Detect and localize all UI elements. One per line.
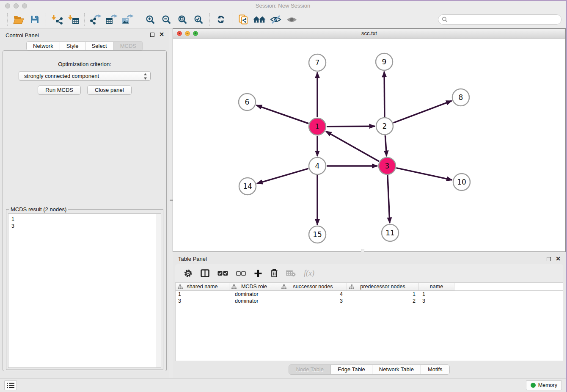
cell-predecessor-nodes[interactable]: 2 — [347, 298, 419, 304]
close-window-button[interactable] — [5, 3, 10, 8]
minimize-window-button[interactable] — [14, 3, 19, 8]
network-minimize-button[interactable]: − — [185, 31, 190, 36]
memory-status-dot — [531, 383, 536, 388]
column-label: name — [430, 284, 443, 290]
table-tab-node-table[interactable]: Node Table — [289, 365, 331, 374]
mcds-result-textarea[interactable]: 1 3 — [8, 213, 161, 368]
memory-button[interactable]: Memory — [526, 380, 562, 390]
panel-divider-grip[interactable] — [170, 198, 173, 202]
cell-predecessor-nodes[interactable]: 1 — [347, 291, 419, 298]
cell-mcds-role[interactable]: dominator — [229, 298, 279, 304]
edge-1-to-6[interactable] — [256, 105, 309, 124]
table-row-2[interactable]: 3dominator323 — [176, 298, 563, 304]
edge-2-to-3[interactable] — [385, 135, 386, 156]
toolbar-separator — [7, 13, 8, 26]
table-tab-motifs[interactable]: Motifs — [421, 365, 449, 374]
node-label-1: 1 — [315, 122, 320, 131]
node-label-3: 3 — [385, 162, 390, 170]
cell-successor-nodes[interactable]: 3 — [279, 298, 347, 304]
result-scrollbar[interactable] — [156, 214, 161, 367]
toolbar-separator — [139, 13, 139, 26]
column-header-mcds-role[interactable]: MCDS role — [229, 283, 279, 290]
table-tab-edge-table[interactable]: Edge Table — [331, 365, 372, 374]
network-close-button[interactable]: × — [177, 31, 182, 36]
tab-network[interactable]: Network — [27, 42, 60, 50]
open-session-icon[interactable] — [11, 13, 26, 26]
node-label-6: 6 — [245, 98, 250, 106]
network-window-titlebar[interactable]: × − + scc.txt — [173, 29, 565, 39]
show-graphics-details-icon[interactable] — [284, 13, 299, 26]
zoom-fit-icon[interactable] — [175, 13, 190, 26]
column-label: shared name — [187, 284, 218, 290]
edge-2-to-8[interactable] — [394, 101, 452, 123]
zoom-in-icon[interactable] — [143, 13, 158, 26]
export-table-icon[interactable] — [104, 13, 119, 26]
cell-name[interactable]: 3 — [419, 298, 454, 304]
delete-columns-icon[interactable] — [270, 269, 278, 278]
window-title: Session: New Session — [0, 1, 566, 11]
column-header-predecessor-nodes[interactable]: predecessor nodes — [347, 283, 419, 290]
deselect-all-checkboxes-icon[interactable] — [236, 271, 246, 276]
cell-mcds-role[interactable]: dominator — [229, 291, 279, 298]
edge-4-to-14[interactable] — [257, 168, 308, 183]
network-graph[interactable]: 7968124314101511 — [173, 39, 565, 251]
column-label: successor nodes — [293, 284, 333, 290]
duplicate-network-icon[interactable] — [236, 13, 251, 26]
table-row-1[interactable]: 1dominator411 — [176, 291, 563, 298]
optimization-criterion-select[interactable]: strongly connected component — [19, 71, 151, 81]
tab-style[interactable]: Style — [60, 42, 85, 50]
node-label-7: 7 — [315, 58, 320, 67]
maximize-window-button[interactable] — [22, 3, 27, 8]
select-all-checkboxes-icon[interactable] — [217, 271, 228, 276]
mcds-result-title: MCDS result (2 nodes) — [9, 206, 68, 213]
settings-gear-icon[interactable] — [184, 269, 193, 278]
table-tab-network-table[interactable]: Network Table — [372, 365, 421, 374]
export-network-icon[interactable] — [88, 13, 103, 26]
edge-3-to-11[interactable] — [388, 175, 390, 223]
application-window: Session: New Session — [0, 0, 567, 392]
node-table: shared nameMCDS rolesuccessor nodesprede… — [175, 282, 563, 361]
network-canvas[interactable]: 7968124314101511 — [173, 39, 565, 251]
tab-mcds[interactable]: MCDS — [114, 42, 143, 50]
edge-3-to-10[interactable] — [396, 168, 452, 180]
node-label-10: 10 — [457, 178, 466, 186]
cell-name[interactable]: 1 — [419, 291, 454, 298]
run-mcds-button[interactable]: Run MCDS — [38, 86, 81, 95]
add-column-icon[interactable] — [254, 269, 262, 278]
column-header-successor-nodes[interactable]: successor nodes — [279, 283, 347, 290]
export-image-icon[interactable] — [120, 13, 135, 26]
toolbar-separator — [46, 13, 46, 26]
list-icon — [7, 382, 14, 389]
cell-shared-name[interactable]: 1 — [176, 291, 229, 298]
import-network-icon[interactable] — [50, 13, 65, 26]
search-input[interactable] — [438, 14, 561, 25]
node-label-4: 4 — [315, 162, 320, 170]
save-session-icon[interactable] — [27, 13, 42, 26]
task-history-button[interactable] — [4, 380, 17, 390]
close-panel-button[interactable]: Close panel — [87, 86, 132, 95]
cell-shared-name[interactable]: 3 — [176, 298, 229, 304]
refresh-icon[interactable] — [213, 13, 228, 26]
network-maximize-button[interactable]: + — [193, 31, 198, 36]
node-label-14: 14 — [243, 182, 252, 190]
edge-2-to-9[interactable] — [384, 72, 385, 117]
edge-3-to-1[interactable] — [326, 131, 379, 161]
cell-successor-nodes[interactable]: 4 — [279, 291, 347, 298]
float-panel-icon[interactable] — [150, 33, 154, 37]
close-table-panel-icon[interactable]: ✕ — [556, 257, 561, 261]
hide-graphics-details-icon[interactable] — [268, 13, 283, 26]
float-table-panel-icon[interactable] — [547, 257, 551, 261]
close-panel-icon[interactable]: ✕ — [159, 32, 164, 37]
zoom-out-icon[interactable] — [159, 13, 174, 26]
mcds-panel: Optimization criterion: strongly connect… — [3, 50, 167, 371]
column-header-shared-name[interactable]: shared name — [176, 283, 229, 290]
edge-1-to-2[interactable] — [327, 126, 375, 127]
column-visibility-icon[interactable] — [201, 269, 209, 277]
zoom-selected-icon[interactable] — [191, 13, 206, 26]
import-table-icon[interactable] — [66, 13, 81, 26]
column-header-name[interactable]: name — [419, 283, 454, 290]
control-panel-tabs: Network Style Select MCDS — [26, 41, 143, 50]
tab-select[interactable]: Select — [85, 42, 114, 50]
split-divider-grip[interactable] — [361, 249, 364, 252]
home-icon[interactable] — [252, 13, 267, 26]
